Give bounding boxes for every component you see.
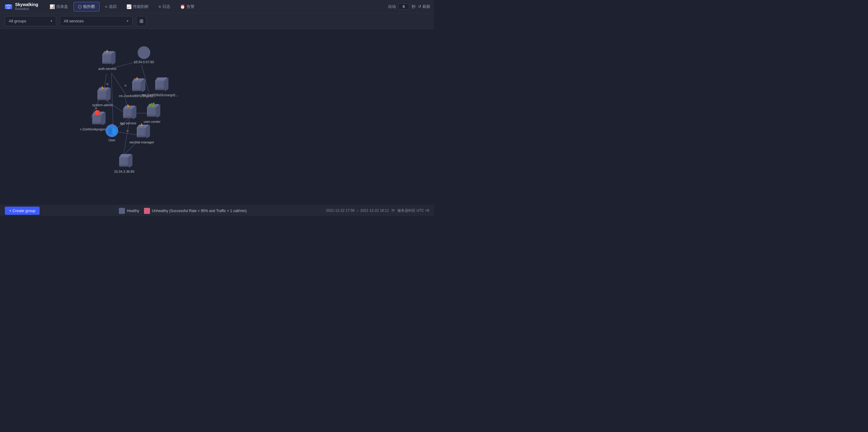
node-label-auth-service: auth-service [98, 67, 117, 70]
node-auth-service[interactable]: 🏃 auth-service [98, 52, 117, 70]
services-dropdown[interactable]: All services ▾ [60, 16, 132, 26]
node-wechat-manager[interactable]: 🏃 wechat-manager [129, 125, 154, 144]
node-ip2[interactable]: 10.34.3.36:80 [114, 155, 134, 173]
services-label: All services [64, 19, 84, 23]
node-cube-rm2zel006 [153, 78, 167, 92]
node-cube-wechat: 🏃 [135, 125, 149, 139]
refresh-icon: ↺ [418, 4, 421, 9]
logo-icon [4, 2, 13, 11]
profiling-icon: 📈 [126, 4, 131, 9]
node-user-shape: 👥 [105, 124, 118, 137]
node-badge-system-admin: 🏃 [99, 86, 105, 91]
nav-dashboard-label: 仪表盘 [56, 4, 68, 9]
nav-profiling[interactable]: 📈 性能剖析 [122, 2, 153, 11]
nav-profiling-label: 性能剖析 [133, 4, 149, 9]
node-label-ip2: 10.34.3.36:80 [114, 170, 134, 173]
node-user[interactable]: 👥 User [105, 124, 118, 142]
compare-icon: ⊞ [140, 18, 143, 24]
nav-bar: 📊 仪表盘 ⬡ 拓扑图 ≈ 追踪 📈 性能剖析 ≡ 日志 ⏰ 告警 [45, 2, 388, 11]
topology-icon: ⬡ [78, 4, 82, 9]
nav-alert[interactable]: ⏰ 告警 [176, 2, 199, 11]
node-label-user-center: user-center [144, 120, 161, 123]
node-label-wechat: wechat-manager [129, 141, 154, 144]
cube-shape-system-admin [97, 90, 108, 100]
create-group-button[interactable]: + Create group [5, 207, 40, 215]
cube-shape-tag-service [123, 108, 133, 118]
node-cube-r2zefx: 🔴 [90, 112, 104, 126]
nav-dashboard[interactable]: 📊 仪表盘 [45, 2, 72, 11]
legend-healthy-label: Healthy [127, 209, 139, 213]
groups-label: All groups [9, 19, 26, 23]
node-badge-rm2ze4rx: 🏃 [134, 76, 140, 82]
svg-line-13 [123, 120, 129, 155]
node-cube-auth-service: 🏃 [100, 52, 114, 66]
legend-unhealthy-label: Unhealthy (Successful Rate < 95% and Tra… [152, 209, 247, 213]
services-arrow-icon: ▾ [127, 19, 128, 23]
legend-unhealthy-icon [144, 208, 150, 214]
legend-healthy-icon [119, 208, 125, 214]
logo: Skywalking Rocketbot [4, 2, 38, 11]
node-badge-auth-service: 🏃 [104, 49, 111, 55]
svg-rect-1 [7, 7, 10, 9]
cube-shape-rm2zel006 [155, 80, 165, 90]
trace-icon: ≈ [105, 4, 107, 9]
timezone-value: 服务器时区 UTC +8 [397, 208, 429, 213]
topology-canvas: 🏃 auth-service 10.34.0.57:80 🏃 rm-2ze4rx… [0, 29, 434, 205]
node-cube-user-center: 🌿 [145, 105, 159, 119]
legend-unhealthy: Unhealthy (Successful Rate < 95% and Tra… [144, 208, 247, 214]
cube-shape-rm2ze4rx [132, 81, 143, 91]
footer-time: 2021-12-22 17:56 ～ 2021-12-22 18:11 中 服务… [326, 208, 429, 213]
cube-shape-user-center [147, 106, 157, 117]
node-label-ip1: 10.34.0.57:80 [134, 60, 154, 64]
timezone-zh: 中 [391, 208, 395, 213]
toolbar: All groups ▾ All services ▾ ⊞ [0, 13, 434, 29]
svg-point-17 [106, 83, 108, 85]
log-icon: ≡ [158, 4, 161, 9]
node-user-center[interactable]: 🌿 user-center [144, 105, 161, 123]
refresh-interval-input[interactable] [398, 3, 409, 10]
cube-shape-auth-service [102, 54, 113, 64]
alert-icon: ⏰ [180, 4, 185, 9]
node-label-tag-service: tag-service [120, 121, 136, 125]
footer: + Create group Healthy Unhealthy (Succes… [0, 205, 434, 216]
nav-topology[interactable]: ⬡ 拓扑图 [73, 2, 99, 11]
nav-trace[interactable]: ≈ 追踪 [101, 2, 121, 11]
node-cube-system-admin: 🏃 [96, 88, 110, 102]
svg-point-18 [95, 107, 97, 110]
node-ip1[interactable]: 10.34.0.57:80 [134, 46, 154, 64]
nav-log-label: 日志 [162, 4, 170, 9]
nav-trace-label: 追踪 [109, 4, 117, 9]
cube-shape-wechat [137, 127, 147, 137]
groups-arrow-icon: ▾ [51, 19, 52, 23]
svg-point-21 [127, 130, 129, 132]
node-badge-wechat: 🏃 [139, 123, 145, 129]
refresh-unit: 秒 [412, 4, 415, 9]
node-badge-r2zefx: 🔴 [94, 110, 100, 116]
node-rm-2zel006[interactable]: rm-2zel006d3cnrargd1... [142, 78, 179, 97]
node-label-user: User [108, 138, 115, 142]
header-right: 自动 秒 ↺ 刷新 [388, 3, 430, 10]
refresh-button[interactable]: ↺ 刷新 [418, 4, 430, 9]
user-shape-icon: 👥 [108, 127, 116, 135]
header: Skywalking Rocketbot 📊 仪表盘 ⬡ 拓扑图 ≈ 追踪 📈 … [0, 0, 434, 13]
node-cube-tag-service: 🏃 [121, 106, 135, 120]
nav-alert-label: 告警 [187, 4, 194, 9]
node-badge-user-center: 🌿 [149, 102, 155, 108]
time-range: 2021-12-22 17:56 ～ 2021-12-22 18:11 [326, 208, 389, 213]
brand-sub: Rocketbot [15, 7, 38, 10]
auto-label: 自动 [388, 4, 396, 9]
node-ip-shape-1 [137, 46, 150, 59]
node-label-rm2zel006: rm-2zel006d3cnrargd1... [142, 93, 179, 97]
cube-shape-r2zefx [92, 114, 102, 124]
topology-edges [0, 29, 434, 205]
dashboard-icon: 📊 [50, 4, 55, 9]
node-tag-service[interactable]: 🏃 tag-service [120, 106, 136, 125]
nav-log[interactable]: ≡ 日志 [154, 2, 175, 11]
node-badge-tag-service: 🏃 [125, 104, 131, 110]
logo-text: Skywalking Rocketbot [15, 2, 38, 10]
groups-dropdown[interactable]: All groups ▾ [5, 16, 56, 26]
compare-button[interactable]: ⊞ [136, 16, 146, 26]
cube-shape-ip2 [119, 156, 129, 167]
refresh-label: 刷新 [423, 4, 430, 9]
node-system-admin[interactable]: 🏃 system-admin [92, 88, 113, 107]
